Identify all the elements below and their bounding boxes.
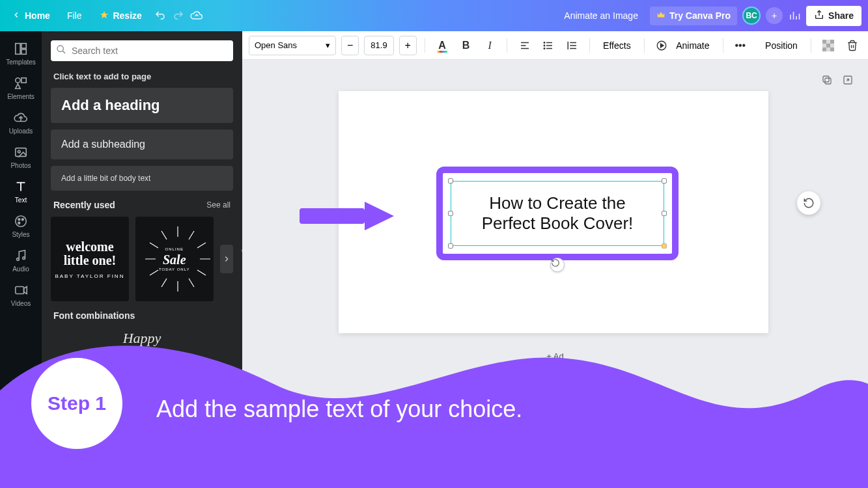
- list-icon: [542, 40, 554, 51]
- duplicate-page-icon[interactable]: [821, 74, 833, 86]
- photos-icon: [14, 145, 28, 159]
- search-icon: [56, 44, 66, 57]
- rail-audio-label: Audio: [12, 265, 29, 273]
- spacing-button[interactable]: [563, 36, 582, 55]
- svg-rect-50: [830, 40, 834, 44]
- font-size-inc[interactable]: +: [399, 36, 417, 55]
- crown-icon: [656, 10, 665, 21]
- svg-rect-48: [822, 40, 826, 44]
- animate-button[interactable]: Animate: [676, 40, 714, 51]
- top-bar: Home File Resize Animate an Image Try Ca…: [0, 0, 868, 31]
- effects-button[interactable]: Effects: [598, 40, 636, 51]
- resize-handle[interactable]: [662, 178, 667, 183]
- step-badge: Step 1: [31, 358, 122, 449]
- regenerate-button[interactable]: [797, 191, 820, 215]
- rail-photos-label: Photos: [10, 162, 31, 169]
- font-size-dec[interactable]: −: [341, 36, 359, 55]
- undo-button[interactable]: [154, 9, 167, 22]
- font-combos-title: Font combinations: [53, 310, 135, 321]
- card1-line1: welcome: [66, 239, 113, 254]
- font-combo-card[interactable]: Happy: [51, 330, 233, 347]
- home-button[interactable]: Home: [7, 7, 55, 25]
- transparency-button[interactable]: [819, 36, 838, 55]
- text-icon: [14, 180, 28, 194]
- rail-text[interactable]: Text: [0, 174, 42, 208]
- open-page-icon[interactable]: [842, 74, 854, 86]
- recently-used-row: welcome little one! BABY TAYLOR FINN ONL…: [51, 217, 233, 301]
- svg-rect-2: [16, 44, 20, 55]
- next-templates-button[interactable]: [220, 245, 233, 273]
- card1-line3: BABY TAYLOR FINN: [55, 273, 124, 279]
- recent-card-2[interactable]: ONLINE Sale TODAY ONLY: [135, 217, 214, 301]
- resize-handle[interactable]: [662, 243, 667, 249]
- insights-button[interactable]: [788, 9, 801, 22]
- resize-button[interactable]: Resize: [93, 7, 148, 25]
- delete-button[interactable]: [843, 36, 861, 55]
- more-button[interactable]: •••: [731, 36, 750, 55]
- svg-point-40: [544, 45, 546, 46]
- selection-outline: [451, 181, 664, 246]
- design-title[interactable]: Animate an Image: [557, 7, 645, 25]
- panel-hint: Click text to add to page: [53, 72, 231, 81]
- cloud-sync-icon[interactable]: [190, 9, 203, 22]
- svg-line-20: [63, 51, 65, 53]
- rail-styles[interactable]: Styles: [0, 209, 42, 242]
- svg-rect-51: [822, 47, 826, 51]
- add-heading-button[interactable]: Add a heading: [51, 88, 233, 123]
- redo-button[interactable]: [172, 9, 185, 22]
- svg-point-10: [18, 150, 20, 153]
- svg-rect-4: [21, 49, 26, 54]
- italic-button[interactable]: I: [481, 36, 499, 55]
- resize-handle[interactable]: [448, 211, 453, 216]
- rail-photos[interactable]: Photos: [0, 140, 42, 173]
- rail-uploads[interactable]: Uploads: [0, 105, 42, 139]
- avatar[interactable]: BC: [742, 7, 761, 25]
- step-caption: Add the sample text of your choice.: [156, 396, 522, 423]
- canvas-area[interactable]: How to Create the Perfect Book Cover! + …: [242, 60, 868, 488]
- rail-templates[interactable]: Templates: [0, 36, 42, 70]
- svg-point-19: [57, 46, 63, 51]
- animate-icon: [652, 36, 671, 55]
- svg-point-41: [544, 47, 546, 49]
- svg-marker-0: [101, 11, 109, 18]
- rail-elements-label: Elements: [7, 93, 35, 100]
- videos-icon: [14, 283, 28, 297]
- search-input[interactable]: [72, 46, 228, 56]
- text-color-button[interactable]: A: [433, 36, 452, 55]
- resize-handle[interactable]: [448, 178, 453, 183]
- add-body-button[interactable]: Add a little bit of body text: [51, 166, 233, 191]
- align-button[interactable]: [515, 36, 534, 55]
- spacing-icon: [567, 40, 578, 51]
- svg-marker-7: [16, 84, 20, 88]
- svg-line-31: [150, 243, 158, 248]
- resize-handle[interactable]: [662, 211, 667, 216]
- canvas-page[interactable]: How to Create the Perfect Book Cover!: [339, 91, 768, 333]
- svg-point-13: [21, 219, 23, 221]
- svg-rect-56: [300, 208, 365, 224]
- search-box[interactable]: [51, 40, 233, 61]
- bold-button[interactable]: B: [456, 36, 475, 55]
- add-subheading-button[interactable]: Add a subheading: [51, 129, 233, 159]
- svg-line-29: [150, 270, 158, 275]
- list-button[interactable]: [539, 36, 558, 55]
- recent-card-1[interactable]: welcome little one! BABY TAYLOR FINN: [51, 217, 129, 301]
- rail-videos[interactable]: Videos: [0, 278, 42, 311]
- try-pro-button[interactable]: Try Canva Pro: [650, 7, 737, 25]
- rail-uploads-label: Uploads: [9, 128, 33, 135]
- svg-rect-52: [830, 47, 834, 51]
- see-all-link[interactable]: See all: [206, 200, 231, 210]
- add-member-button[interactable]: +: [766, 7, 783, 24]
- svg-point-12: [18, 219, 20, 221]
- add-page-button[interactable]: + Ad: [546, 351, 563, 361]
- position-button[interactable]: Position: [760, 40, 803, 51]
- rail-elements[interactable]: Elements: [0, 71, 42, 104]
- rail-audio[interactable]: Audio: [0, 243, 42, 277]
- rotate-handle[interactable]: [550, 258, 565, 272]
- font-selector[interactable]: Open Sans ▾: [249, 36, 336, 55]
- share-button[interactable]: Share: [806, 6, 861, 26]
- file-menu[interactable]: File: [61, 7, 89, 25]
- svg-line-23: [197, 243, 206, 248]
- font-size-value[interactable]: 81.9: [364, 36, 394, 55]
- selected-text-box[interactable]: How to Create the Perfect Book Cover!: [436, 167, 679, 260]
- resize-handle[interactable]: [448, 243, 453, 249]
